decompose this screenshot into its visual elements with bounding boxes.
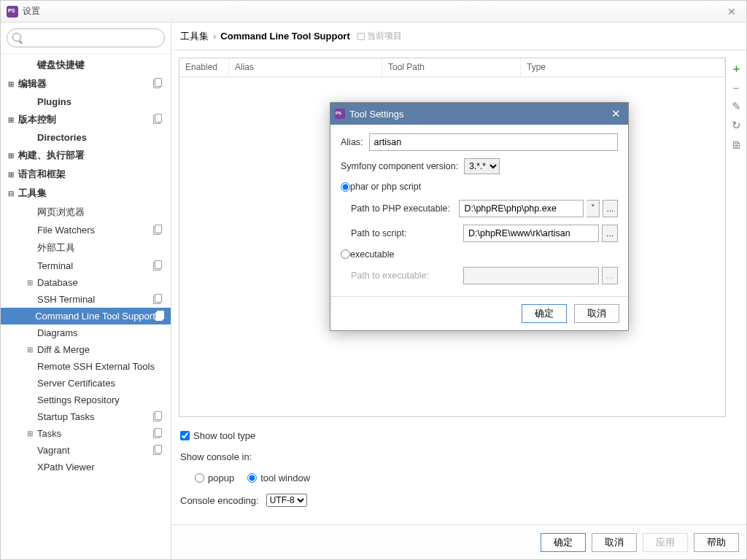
- tree-item[interactable]: ⊟工具集: [1, 184, 171, 203]
- window-title: 设置: [23, 5, 40, 18]
- expander-icon[interactable]: ⊞: [8, 171, 17, 179]
- tree-item[interactable]: ⊞Diff & Merge: [1, 341, 171, 358]
- project-scope-icon: [153, 79, 162, 88]
- tree-item[interactable]: ⊞版本控制: [1, 110, 171, 129]
- dialog-ok-button[interactable]: 确定: [522, 304, 567, 323]
- project-tag: 当前项目: [357, 30, 402, 42]
- tree-item[interactable]: Plugins: [1, 93, 171, 110]
- console-tool-window-radio[interactable]: tool window: [247, 472, 310, 483]
- tree-item[interactable]: ⊞Database: [1, 274, 171, 291]
- expander-icon[interactable]: ⊟: [8, 190, 17, 198]
- col-type[interactable]: Type: [521, 58, 725, 77]
- col-enabled[interactable]: Enabled: [179, 58, 229, 77]
- tree-item[interactable]: Terminal: [1, 257, 171, 274]
- search-icon: [12, 33, 21, 42]
- tree-item-label: 语言和框架: [18, 168, 66, 181]
- project-scope-icon: [153, 429, 162, 438]
- tree-item[interactable]: Diagrams: [1, 324, 171, 341]
- tree-item-label: Plugins: [37, 96, 71, 107]
- col-toolpath[interactable]: Tool Path: [382, 58, 521, 77]
- dialog-close-icon[interactable]: ✕: [608, 107, 624, 120]
- tree-item[interactable]: Remote SSH External Tools: [1, 358, 171, 375]
- dialog-app-icon: [335, 109, 345, 119]
- breadcrumb-root[interactable]: 工具集: [180, 30, 209, 43]
- tree-item-label: XPath Viewer: [37, 462, 95, 472]
- tree-item[interactable]: File Watchers: [1, 222, 171, 238]
- app-icon: [7, 6, 18, 18]
- tree-item[interactable]: ⊞编辑器: [1, 74, 171, 93]
- executable-path-label: Path to executable:: [351, 271, 457, 281]
- show-tool-type-checkbox[interactable]: Show tool type: [180, 430, 255, 441]
- reload-tool-button[interactable]: ↻: [729, 117, 743, 133]
- tree-item-label: 版本控制: [18, 113, 56, 126]
- tree-item-label: Terminal: [37, 260, 73, 271]
- tree-item[interactable]: Server Certificates: [1, 375, 171, 392]
- ok-button[interactable]: 确定: [541, 533, 586, 552]
- tree-item-label: Settings Repository: [37, 394, 120, 405]
- tree-item[interactable]: ⊞Tasks: [1, 425, 171, 442]
- dialog-titlebar[interactable]: Tool Settings ✕: [330, 103, 628, 125]
- tree-item[interactable]: SSH Terminal: [1, 291, 171, 308]
- dialog-title: Tool Settings: [349, 109, 403, 120]
- php-executable-input[interactable]: [459, 200, 584, 217]
- tree-item-label: Diagrams: [37, 327, 78, 338]
- executable-radio[interactable]: executable: [341, 249, 394, 260]
- php-exec-browse-button[interactable]: …: [603, 200, 618, 217]
- script-path-label: Path to script:: [351, 228, 457, 238]
- tree-item-label: 编辑器: [18, 77, 47, 90]
- breadcrumb-current: Command Line Tool Support: [220, 31, 349, 42]
- tree-item-label: Tasks: [37, 428, 61, 439]
- open-tool-button[interactable]: 🗎: [729, 136, 743, 152]
- window-close-icon[interactable]: ✕: [723, 6, 740, 18]
- tree-item[interactable]: Command Line Tool Support: [1, 308, 171, 324]
- project-scope-icon: [153, 115, 162, 124]
- project-scope-icon: [155, 312, 162, 321]
- tree-item-label: 外部工具: [37, 241, 75, 254]
- tree-item-label: Remote SSH External Tools: [37, 361, 155, 372]
- php-exec-dropdown-icon[interactable]: ˅: [587, 200, 599, 217]
- remove-tool-button[interactable]: −: [729, 79, 743, 96]
- expander-icon[interactable]: ⊞: [27, 279, 36, 287]
- script-path-input[interactable]: [463, 225, 599, 242]
- tree-item[interactable]: 键盘快捷键: [1, 55, 171, 74]
- expander-icon[interactable]: ⊞: [8, 80, 17, 88]
- tree-item[interactable]: Startup Tasks: [1, 408, 171, 425]
- col-alias[interactable]: Alias: [229, 58, 382, 77]
- settings-search-input[interactable]: [7, 28, 165, 47]
- edit-tool-button[interactable]: ✎: [729, 98, 743, 114]
- apply-button[interactable]: 应用: [643, 533, 688, 552]
- tree-item[interactable]: Settings Repository: [1, 392, 171, 408]
- expander-icon[interactable]: ⊞: [27, 429, 36, 438]
- tree-item[interactable]: XPath Viewer: [1, 459, 171, 475]
- executable-path-input: [463, 267, 599, 284]
- project-scope-icon: [153, 262, 162, 271]
- phar-script-radio[interactable]: phar or php script: [341, 182, 421, 192]
- expander-icon[interactable]: ⊞: [27, 346, 36, 354]
- alias-input[interactable]: [369, 133, 618, 151]
- tree-item-label: Database: [37, 277, 78, 288]
- tree-item[interactable]: ⊞语言和框架: [1, 165, 171, 184]
- add-tool-button[interactable]: ＋: [729, 61, 743, 77]
- tree-item-label: File Watchers: [37, 225, 95, 236]
- expander-icon[interactable]: ⊞: [8, 152, 17, 160]
- tree-item-label: 构建、执行部署: [18, 149, 85, 162]
- help-button[interactable]: 帮助: [694, 533, 739, 552]
- tree-item[interactable]: Vagrant: [1, 442, 171, 459]
- expander-icon[interactable]: ⊞: [8, 116, 17, 124]
- executable-browse-button: …: [602, 267, 618, 284]
- show-console-label: Show console in:: [180, 451, 738, 462]
- tree-item-label: 网页浏览器: [37, 206, 85, 219]
- script-browse-button[interactable]: …: [602, 225, 618, 242]
- tree-item-label: Startup Tasks: [37, 411, 95, 422]
- settings-tree[interactable]: 键盘快捷键⊞编辑器Plugins⊞版本控制Directories⊞构建、执行部署…: [1, 54, 171, 559]
- tree-item[interactable]: Directories: [1, 129, 171, 146]
- console-encoding-select[interactable]: UTF-8: [266, 494, 307, 507]
- dialog-cancel-button[interactable]: 取消: [574, 304, 619, 323]
- tree-item[interactable]: ⊞构建、执行部署: [1, 146, 171, 165]
- tree-item[interactable]: 外部工具: [1, 238, 171, 257]
- alias-label: Alias:: [341, 137, 363, 147]
- tree-item[interactable]: 网页浏览器: [1, 203, 171, 222]
- console-popup-radio[interactable]: popup: [195, 472, 234, 483]
- cancel-button[interactable]: 取消: [592, 533, 637, 552]
- symfony-version-select[interactable]: 3.*.*: [464, 158, 500, 174]
